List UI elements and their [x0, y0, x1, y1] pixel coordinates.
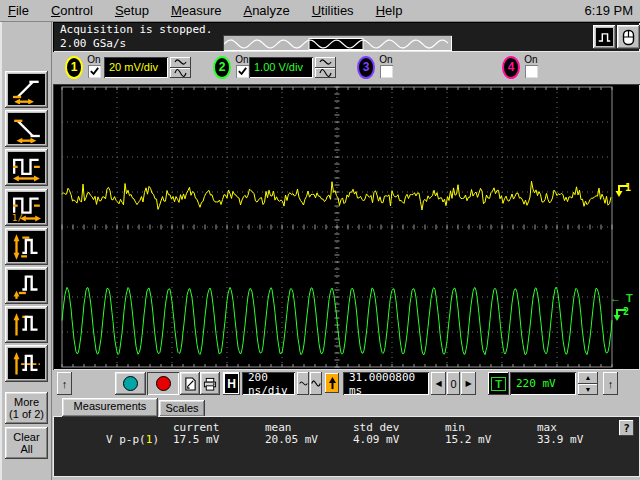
channel-2-ground-marker[interactable]: 2 [612, 308, 636, 324]
channel-4-on-checkbox[interactable] [525, 65, 538, 78]
trigger-level-spinner: ▲ ▼ [578, 372, 598, 395]
v-max-button[interactable] [5, 306, 48, 343]
channel-2-scale-display[interactable]: 1.00 V/div [249, 57, 313, 78]
timebase-increase-button[interactable] [310, 372, 322, 395]
trigger-position-button[interactable] [325, 373, 339, 393]
menu-utilities[interactable]: Utilities [301, 1, 365, 21]
scale-increase-button[interactable] [170, 68, 191, 79]
channel-1-scale-buttons [170, 57, 191, 78]
zero-position-button[interactable]: 0 [447, 372, 460, 395]
channel-3-badge[interactable]: 3 [357, 56, 375, 79]
scope-graticule-and-traces [54, 85, 639, 369]
channel-1-badge[interactable]: 1 [65, 56, 83, 79]
mouse-icon [620, 28, 637, 46]
print-button[interactable] [200, 372, 220, 395]
scale-increase-button[interactable] [315, 68, 336, 79]
small-sine-icon [174, 58, 187, 66]
run-button[interactable] [115, 372, 146, 395]
timebase-display[interactable]: 200 ns/div [242, 372, 295, 395]
tab-measurements[interactable]: Measurements [62, 398, 158, 417]
channel-4-on-group: On [523, 54, 539, 78]
horizontal-menu-button[interactable]: H [223, 372, 240, 395]
waveform-overview-scrollbar[interactable] [223, 35, 452, 51]
v-min-button[interactable] [5, 267, 48, 304]
period-button[interactable] [5, 149, 48, 186]
horizontal-trigger-bar: ↑ H 200 ns/div [53, 370, 640, 398]
menu-file[interactable]: File [0, 1, 40, 21]
trigger-level-display[interactable]: 220 mV [510, 372, 576, 395]
scroll-up-left-button[interactable]: ↑ [57, 372, 72, 395]
run-icon [123, 376, 138, 391]
v-min-icon [8, 270, 45, 301]
channel-1-ground-marker[interactable]: 1 [614, 184, 638, 200]
copy-screen-button[interactable] [180, 372, 200, 395]
small-sine-icon [299, 380, 308, 387]
measurement-label: V p-p(1) [106, 433, 159, 446]
acquisition-status: Acquisition is stopped.2.00 GSa/s [60, 23, 212, 51]
scale-decrease-button[interactable] [315, 57, 336, 68]
note-icon [184, 377, 197, 391]
stop-button[interactable] [147, 372, 179, 395]
menu-bar: File Control Setup Measure Analyze Utili… [0, 0, 640, 22]
scroll-up-right-button[interactable]: ↑ [603, 372, 618, 395]
more-measurements-button[interactable]: More (1 of 2) [5, 392, 48, 424]
large-sine-icon [311, 379, 321, 388]
svg-text:1/: 1/ [11, 211, 22, 221]
v-peak-to-peak-button[interactable] [5, 228, 48, 265]
mouse-mode-button[interactable] [617, 25, 640, 49]
trigger-level-marker[interactable]: ← T [610, 292, 634, 304]
printer-icon [203, 377, 217, 391]
v-max-icon [8, 309, 45, 340]
measurements-panel: Measurements Scales current mean std dev… [53, 398, 640, 480]
pulse-icon [596, 28, 613, 46]
pan-left-button[interactable]: ◀ [431, 372, 446, 395]
vpp-min: 15.2 mV [445, 433, 491, 446]
menu-measure[interactable]: Measure [160, 1, 233, 21]
horizontal-position-display[interactable]: 31.0000800 ms [343, 372, 429, 395]
vpp-mean: 20.05 mV [265, 433, 318, 446]
check-icon [89, 66, 100, 77]
channel-4-badge[interactable]: 4 [502, 56, 520, 79]
up-arrow-icon [328, 377, 337, 390]
v-average-button[interactable] [5, 345, 48, 382]
vpp-std-dev: 4.09 mV [353, 433, 399, 446]
measurement-row-vpp: V p-p(1) 17.5 mV 20.05 mV 4.09 mV 15.2 m… [54, 433, 639, 445]
trigger-menu-button[interactable]: T [488, 372, 509, 395]
channel-1-on-checkbox[interactable] [88, 65, 101, 78]
tab-scales[interactable]: Scales [159, 400, 205, 417]
rise-time-button[interactable] [5, 71, 48, 108]
fall-time-button[interactable] [5, 110, 48, 147]
channel-3-on-group: On [378, 54, 394, 78]
spin-down-button[interactable]: ▼ [578, 384, 598, 396]
waveform-display: 1 ← T 2 [53, 84, 640, 370]
frequency-icon: 1/ [8, 192, 45, 223]
frequency-button[interactable]: 1/ [5, 189, 48, 226]
menu-analyze[interactable]: Analyze [232, 1, 300, 21]
large-sine-icon [174, 68, 187, 78]
spin-up-button[interactable]: ▲ [578, 372, 598, 384]
menu-setup[interactable]: Setup [104, 1, 160, 21]
rise-time-icon [8, 74, 45, 105]
channel-2-badge[interactable]: 2 [213, 56, 231, 79]
period-icon [8, 152, 45, 183]
vpp-max: 33.9 mV [537, 433, 583, 446]
pan-right-button[interactable]: ▶ [461, 372, 476, 395]
channel-controls-row: 1 On 20 mV/div 2 [53, 52, 640, 84]
main-area: Acquisition is stopped.2.00 GSa/s [53, 22, 640, 480]
measurements-header-row: current mean std dev min max [54, 421, 639, 433]
oscilloscope-app: File Control Setup Measure Analyze Utili… [0, 0, 640, 480]
menu-control[interactable]: Control [40, 1, 104, 21]
clear-all-button[interactable]: Clear All [5, 427, 48, 459]
measurements-table: current mean std dev min max V p-p(1) 17… [53, 416, 640, 477]
help-button[interactable]: ? [619, 420, 634, 436]
timebase-decrease-button[interactable] [297, 372, 309, 395]
pulse-mode-button[interactable] [593, 25, 616, 49]
scale-decrease-button[interactable] [170, 57, 191, 68]
menu-help[interactable]: Help [365, 1, 414, 21]
v-average-icon [8, 348, 45, 379]
channel-1-on-group: On [86, 54, 102, 78]
vpp-current: 17.5 mV [173, 433, 219, 446]
channel-3-on-checkbox[interactable] [380, 65, 393, 78]
channel-1-scale-display[interactable]: 20 mV/div [104, 57, 168, 78]
channel-2-on-checkbox[interactable] [236, 65, 249, 78]
